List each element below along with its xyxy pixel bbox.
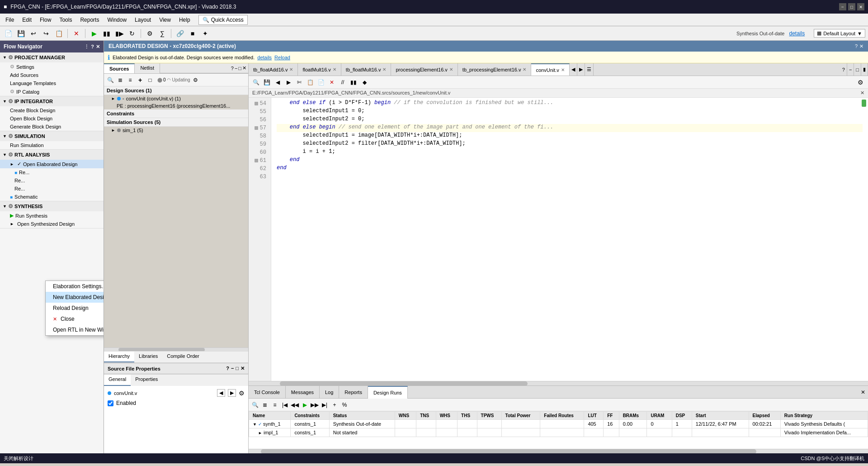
bottom-tab-messages[interactable]: Messages <box>286 386 320 399</box>
bottom-close-tab-btn[interactable]: ✕ <box>858 388 868 396</box>
editor-tab-tb-float-mult[interactable]: tb_floatMult16.v ✕ <box>341 63 392 76</box>
context-menu-reload-design[interactable]: Reload Design <box>46 303 104 314</box>
nav-item-lang-templates[interactable]: Language Templates <box>0 79 104 87</box>
menu-tools[interactable]: Tools <box>56 15 75 25</box>
source-item-convunit[interactable]: ► ▪ convUnit (convUnit.v) (1) <box>104 95 248 102</box>
context-menu-close[interactable]: ✕ Close <box>46 314 104 324</box>
menu-flow[interactable]: Flow <box>36 15 55 25</box>
menu-help[interactable]: Help <box>175 15 194 25</box>
code-hscroll[interactable] <box>249 381 868 385</box>
design-close-button[interactable]: ✕ <box>859 43 863 49</box>
editor-fwd-btn[interactable]: ▶ <box>284 78 293 87</box>
bottom-tab-design-runs[interactable]: Design Runs <box>368 386 408 399</box>
delete-button[interactable]: ✕ <box>71 28 82 39</box>
tab-close-float-mult[interactable]: ✕ <box>333 67 336 72</box>
info-details-link[interactable]: details <box>257 55 272 60</box>
extra-btn3[interactable]: ✦ <box>200 28 211 39</box>
editor-minimize-btn[interactable]: − <box>847 63 854 76</box>
sources-hscroll[interactable] <box>104 347 248 351</box>
sources-expand-btn[interactable]: ≡ <box>126 76 135 85</box>
editor-help-btn[interactable]: ? <box>840 63 847 76</box>
settings-button[interactable]: ⚙ <box>144 28 155 39</box>
close-button[interactable]: ✕ <box>857 3 864 10</box>
tab-close-proc-elem[interactable]: ✕ <box>449 67 453 72</box>
menu-layout[interactable]: Layout <box>131 15 155 25</box>
maximize-button[interactable]: □ <box>848 3 855 10</box>
bottom-tab-log[interactable]: Log <box>320 386 339 399</box>
runs-first-btn[interactable]: |◀ <box>280 400 289 409</box>
runs-percent-btn[interactable]: % <box>340 400 349 409</box>
props-float-btn[interactable]: □ <box>236 366 239 371</box>
menu-reports[interactable]: Reports <box>76 15 103 25</box>
nav-item-schematic[interactable]: ■ Schematic <box>0 193 104 201</box>
sum-button[interactable]: ∑ <box>157 28 168 39</box>
editor-bookmark-btn[interactable]: ◆ <box>360 78 369 87</box>
bottom-tab-reports[interactable]: Reports <box>339 386 368 399</box>
nav-section-header-rtl-analysis[interactable]: ▼ ⚙ RTL ANALYSIS <box>0 150 104 160</box>
panel-minimize-btn[interactable]: − <box>235 66 237 71</box>
nav-sub-re2[interactable]: Re... <box>0 176 104 185</box>
nav-item-ip-catalog[interactable]: ⚙ IP Catalog <box>0 87 104 96</box>
nav-item-open-synth-design[interactable]: ► Open Synthesized Design <box>0 220 104 228</box>
tab-nav-prev[interactable]: ◀ <box>570 63 577 76</box>
nav-item-open-elab-design[interactable]: ► ✓ Open Elaborated Design <box>0 160 104 168</box>
panel-close-btn[interactable]: ✕ <box>242 65 246 71</box>
context-menu-new-elab-design[interactable]: New Elaborated Design... <box>46 292 104 303</box>
tab-close-tb-float-mult[interactable]: ✕ <box>382 67 386 72</box>
nav-item-settings[interactable]: ⚙ Settings <box>0 62 104 71</box>
flow-nav-close[interactable]: ✕ <box>96 44 100 50</box>
close-path-btn[interactable]: ✕ <box>860 90 864 96</box>
editor-copy-btn[interactable]: 📋 <box>306 78 315 87</box>
extra-btn1[interactable]: 🔗 <box>175 28 185 39</box>
layout-dropdown[interactable]: ▦ Default Layout ▼ <box>814 29 865 38</box>
runs-search-btn[interactable]: 🔍 <box>250 400 259 409</box>
editor-float-btn[interactable]: □ <box>854 63 861 76</box>
bottom-tab-tcl[interactable]: Tcl Console <box>249 386 286 399</box>
editor-tab-tb-float-add[interactable]: tb_floatAdd16.v ✕ <box>249 63 298 76</box>
layout-selector-container[interactable]: ▦ Default Layout ▼ <box>814 29 865 38</box>
editor-max-btn[interactable]: ▮ <box>861 63 868 76</box>
menu-window[interactable]: Window <box>104 15 130 25</box>
runs-last-btn[interactable]: ▶| <box>320 400 329 409</box>
runs-table-row-impl1[interactable]: ► impl_1 constrs_1 Not started <box>249 428 868 437</box>
props-close-btn[interactable]: ✕ <box>241 366 245 371</box>
editor-save-btn[interactable]: 💾 <box>262 78 271 87</box>
tab-netlist[interactable]: Netlist <box>135 63 160 73</box>
editor-back-btn[interactable]: ◀ <box>273 78 282 87</box>
editor-tab-tb-proc-elem[interactable]: tb_processingElement16.v ✕ <box>458 63 532 76</box>
subtab-hierarchy[interactable]: Hierarchy <box>104 352 134 362</box>
tab-nav-list[interactable]: ☰ <box>585 63 594 76</box>
props-subtab-properties[interactable]: Properties <box>131 375 162 386</box>
save-button[interactable]: 💾 <box>15 28 26 39</box>
code-lines[interactable]: end else if (i > D*F*F-1) begin // if th… <box>271 98 868 381</box>
runs-prev-btn[interactable]: ◀◀ <box>290 400 299 409</box>
source-item-sim1[interactable]: ► sim_1 (5) <box>104 127 248 134</box>
menu-view[interactable]: View <box>156 15 175 25</box>
editor-search-btn[interactable]: 🔍 <box>251 78 260 87</box>
redo-button[interactable]: ↪ <box>41 28 52 39</box>
nav-item-create-block-design[interactable]: Create Block Design <box>0 106 104 114</box>
editor-delete-btn[interactable]: ✕ <box>327 78 336 87</box>
synth-details-link[interactable]: details <box>789 30 805 37</box>
props-prev-btn[interactable]: ◀ <box>217 389 225 397</box>
props-subtab-general[interactable]: General <box>104 375 131 386</box>
extra-btn2[interactable]: ■ <box>187 28 198 39</box>
sources-settings-btn[interactable]: ⚙ <box>191 76 200 85</box>
source-sub-pe16[interactable]: PE : processingElement16 (processingElem… <box>104 102 248 109</box>
flow-nav-pin[interactable]: ⋮ <box>84 44 89 50</box>
menu-edit[interactable]: Edit <box>19 15 35 25</box>
editor-settings-btn-right[interactable]: ⚙ <box>856 78 865 87</box>
tab-nav-next[interactable]: ▶ <box>577 63 585 76</box>
tab-close-tb-proc-elem[interactable]: ✕ <box>523 67 526 72</box>
runs-expand-btn[interactable]: ≡ <box>270 400 279 409</box>
flow-nav-help[interactable]: ? <box>91 44 94 50</box>
nav-sub-re3[interactable]: Re... <box>0 185 104 193</box>
nav-item-gen-block-design[interactable]: Generate Block Design <box>0 123 104 131</box>
nav-section-header-ip-integrator[interactable]: ▼ ⚙ IP INTEGRATOR <box>0 96 104 106</box>
copy-button[interactable]: 📋 <box>53 28 64 39</box>
menu-file[interactable]: File <box>2 15 18 25</box>
runs-collapse-btn[interactable]: ≣ <box>260 400 269 409</box>
nav-section-header-simulation[interactable]: ▼ ⚙ SIMULATION <box>0 131 104 141</box>
editor-tab-float-mult[interactable]: floatMult16.v ✕ <box>298 63 341 76</box>
run-button[interactable]: ▶ <box>89 28 99 39</box>
